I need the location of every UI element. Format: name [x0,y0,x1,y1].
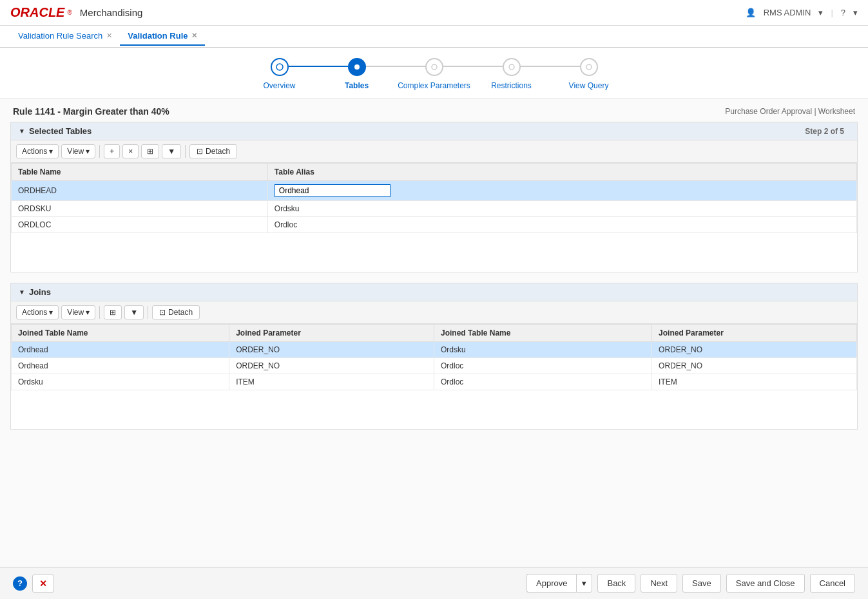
alias-input-0[interactable] [275,184,391,197]
rule-title: Rule 1141 - Margin Greater than 40% [13,106,169,117]
toolbar-sep-joins-1 [99,306,100,319]
columns-button-tables[interactable]: ⊞ [141,144,159,158]
user-name: RMS ADMIN [764,8,811,17]
actions-button-tables[interactable]: Actions ▾ [16,144,59,158]
join-table1: Ordhead [12,358,229,374]
table-alias-cell[interactable] [267,181,856,201]
selected-tables-header: ▼ Selected Tables Step 2 of 5 [11,122,857,140]
svg-point-3 [509,64,514,70]
step-overview[interactable]: Overview [241,58,318,90]
approve-button[interactable]: Approve [526,574,576,593]
step-circle-overview [271,58,289,76]
toolbar-sep-1 [99,145,100,158]
step-circle-complex [425,58,443,76]
join-row[interactable]: Ordsku ITEM Ordloc ITEM [12,374,857,390]
tab-validation-rule-search[interactable]: Validation Rule Search ✕ [10,27,120,46]
actions-join-dropdown: ▾ [49,308,53,317]
actions-dropdown-icon: ▾ [49,147,53,156]
user-dropdown-icon[interactable]: ▾ [818,8,823,17]
joins-section: ▼ Joins Actions ▾ View ▾ ⊞ ▼ ⊡ Detach [10,283,858,430]
joins-table: Joined Table Name Joined Parameter Joine… [11,324,857,429]
selected-tables-label: Selected Tables [29,126,92,136]
join-row[interactable]: Ordhead ORDER_NO Ordsku ORDER_NO [12,342,857,358]
actions-button-joins[interactable]: Actions ▾ [16,305,59,319]
step-tables[interactable]: Tables [318,58,396,90]
step-restrictions[interactable]: Restrictions [473,58,550,90]
cancel-button[interactable]: Cancel [810,574,855,593]
delete-row-button[interactable]: × [122,144,139,158]
table-row[interactable]: ORDSKU Ordsku [12,201,857,217]
filter-button-tables[interactable]: ▼ [162,144,181,158]
joins-toolbar: Actions ▾ View ▾ ⊞ ▼ ⊡ Detach [11,301,857,324]
join-param2: ORDER_NO [652,358,857,374]
col-header-joined-table-1: Joined Table Name [12,325,229,342]
view-button-joins[interactable]: View ▾ [61,305,95,319]
table-row[interactable]: ORDHEAD [12,181,857,201]
join-table2: Ordloc [434,358,651,374]
view-button-tables[interactable]: View ▾ [61,144,95,158]
view-dropdown-icon: ▾ [86,147,90,156]
tab-close-search[interactable]: ✕ [106,32,112,40]
collapse-icon-joins[interactable]: ▼ [19,289,25,296]
footer: ? ✕ Approve ▾ Back Next Save Save and Cl… [0,567,868,599]
header-right: 👤 RMS ADMIN ▾ | ? ▾ [746,8,858,17]
tables-data-table: Table Name Table Alias ORDHEAD ORDSKU Or… [11,163,857,233]
toolbar-sep-joins-2 [148,306,148,319]
tab-close-rule[interactable]: ✕ [191,32,197,40]
view-join-dropdown: ▾ [86,308,90,317]
save-button[interactable]: Save [682,574,721,593]
join-table1: Ordsku [12,374,229,390]
help-button[interactable]: ? [841,8,845,17]
save-and-close-button[interactable]: Save and Close [726,574,805,593]
oracle-text: ORACLE [10,5,64,20]
tab-label-search: Validation Rule Search [18,31,102,41]
detach-button-tables[interactable]: ⊡ Detach [189,144,237,158]
tab-bar: Validation Rule Search ✕ Validation Rule… [0,26,868,48]
delete-button[interactable]: ✕ [32,575,54,593]
oracle-trademark: ® [67,9,72,16]
wizard-steps: Overview Tables [241,58,628,90]
toolbar-sep-2 [185,145,186,158]
table-alias-cell: Ordloc [267,217,856,233]
delete-icon: ✕ [39,578,47,589]
joins-data-table: Joined Table Name Joined Parameter Joine… [11,324,857,390]
next-button[interactable]: Next [641,574,677,593]
join-table2: Ordloc [434,374,651,390]
app-title: Merchandising [80,7,143,18]
approve-dropdown-button[interactable]: ▾ [576,574,592,593]
table-row[interactable]: ORDLOC Ordloc [12,217,857,233]
join-row[interactable]: Ordhead ORDER_NO Ordloc ORDER_NO [12,358,857,374]
svg-point-4 [586,64,592,70]
svg-point-2 [432,64,437,70]
detach-icon-joins: ⊡ [159,308,166,317]
detach-icon-tables: ⊡ [197,147,203,156]
step-label-viewquery: View Query [569,81,609,90]
selected-tables-toolbar: Actions ▾ View ▾ + × ⊞ ▼ ⊡ Detach [11,140,857,163]
approve-group: Approve ▾ [526,574,592,593]
add-row-button[interactable]: + [104,144,120,158]
table-alias-cell: Ordsku [267,201,856,217]
rule-meta: Purchase Order Approval | Worksheet [725,107,855,116]
col-header-joined-param-1: Joined Parameter [229,325,434,342]
join-param1: ORDER_NO [229,358,434,374]
filter-button-joins[interactable]: ▼ [124,305,144,319]
rule-header: Rule 1141 - Margin Greater than 40% Purc… [0,99,868,122]
content-area: Overview Tables [0,48,868,479]
back-button[interactable]: Back [597,574,635,593]
detach-button-joins[interactable]: ⊡ Detach [152,305,200,319]
step-complex-parameters[interactable]: Complex Parameters [396,58,473,90]
columns-button-joins[interactable]: ⊞ [104,305,122,319]
help-dropdown-icon[interactable]: ▾ [853,8,858,17]
step-circle-restrictions [503,58,521,76]
table-name-cell: ORDSKU [12,201,268,217]
collapse-icon-tables[interactable]: ▼ [19,128,25,135]
header-sep: | [831,8,833,17]
empty-area-joins [11,390,857,429]
svg-point-1 [354,64,360,70]
step-circle-viewquery [580,58,598,76]
join-param1: ITEM [229,374,434,390]
tab-validation-rule[interactable]: Validation Rule ✕ [120,27,205,46]
step-view-query[interactable]: View Query [550,58,628,90]
joins-label: Joins [29,287,51,297]
help-icon-button[interactable]: ? [13,576,27,591]
